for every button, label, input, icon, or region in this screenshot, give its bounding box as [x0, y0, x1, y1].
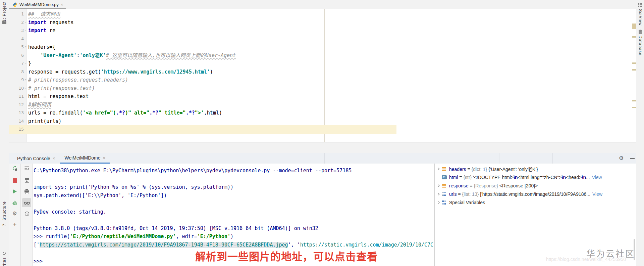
close-icon[interactable]: ×	[103, 156, 106, 161]
variable-row[interactable]: headers = {dict: 1} {'User-Agent': 'only…	[435, 165, 636, 173]
variable-row[interactable]: response = {Response} <Response [200]>	[435, 181, 636, 190]
variable-text: Special Variables	[449, 200, 485, 205]
left-tool-strip: 1: Project 7: Structure rites	[0, 0, 9, 266]
expand-chevron-icon[interactable]	[436, 184, 441, 187]
right-tool-strip: SciView Database	[636, 0, 644, 266]
variable-row[interactable]: urls = {list: 13} ['https://static.vmgir…	[435, 190, 636, 198]
console-link[interactable]: https://static.vmgirls.com/image/2019/10…	[300, 242, 433, 248]
line-number: 11	[9, 92, 24, 101]
code-line: 6 'User-Agent':'only老K'# 这里可以随意输入,也可以输入网…	[9, 51, 396, 60]
variable-row[interactable]: Special Variables	[435, 198, 636, 207]
console-line: >>> runfile('E:/Python/reptile/WeiMeiMMD…	[34, 232, 434, 241]
code-text: response = requests.get('https://www.vmg…	[28, 68, 213, 76]
fold-marker-icon[interactable]: ▵	[25, 26, 26, 35]
code-text: 'User-Agent':'only老K'# 这里可以随意输入,也可以输入网页上…	[28, 51, 236, 60]
variable-text: urls = {list: 13} ['https://static.vmgir…	[449, 191, 590, 197]
code-text: print(urls)	[28, 117, 61, 126]
code-text: ## 请求网页	[28, 10, 60, 18]
project-tool-button[interactable]: 1: Project	[2, 1, 7, 22]
scroll-to-end-button[interactable]	[24, 177, 30, 183]
tab-weimeimmdome[interactable]: WeiMeiMMDome ×	[60, 153, 110, 164]
soft-wrap-button[interactable]	[24, 165, 30, 171]
stop-button[interactable]	[12, 177, 18, 183]
code-line: 8response = requests.get('https://www.vm…	[9, 68, 396, 76]
fold-marker-icon[interactable]: ▿	[25, 43, 26, 51]
tab-label: Python Console	[17, 156, 50, 161]
tab-python-console[interactable]: Python Console ×	[12, 153, 60, 164]
splitter[interactable]	[9, 142, 636, 153]
expand-chevron-icon[interactable]	[436, 167, 441, 171]
stripe-warning-mark[interactable]	[632, 100, 636, 101]
console-settings-gear-icon[interactable]: ⚙	[12, 211, 18, 217]
new-console-plus-button[interactable]: +	[12, 221, 18, 227]
console-tab-bar: Python Console × WeiMeiMMDome × ⚙	[9, 153, 636, 164]
rerun-button[interactable]	[12, 165, 18, 171]
line-number: 13	[9, 109, 24, 117]
print-button[interactable]	[24, 188, 30, 194]
line-number: 9	[9, 76, 24, 84]
stripe-warning-mark[interactable]	[632, 107, 636, 108]
header-separator	[324, 153, 325, 164]
minimize-icon[interactable]	[630, 158, 635, 159]
line-number: 4	[9, 35, 24, 43]
dict-icon	[441, 167, 447, 171]
expand-chevron-icon[interactable]	[436, 201, 441, 204]
code-line: 5▿headers={	[9, 43, 396, 51]
favorites-tool-button[interactable]: rites	[2, 257, 7, 266]
fold-marker-icon[interactable]: ▵	[25, 84, 26, 92]
console-line: sys.path.extend(['E:\\Python', 'E:/Pytho…	[34, 191, 434, 200]
code-line: 10▵# print(response.text)	[9, 84, 396, 93]
structure-tool-button[interactable]: 7: Structure	[2, 201, 7, 226]
console-line	[34, 200, 434, 208]
fold-marker-icon[interactable]: ▵	[25, 59, 26, 68]
code-line: 9▿# print(response.request.headers)	[9, 76, 396, 84]
view-link[interactable]: View	[592, 191, 602, 197]
code-text: import requests	[28, 18, 73, 27]
console-toolbar: ⚙ +	[9, 164, 33, 266]
folder-icon	[2, 20, 7, 24]
code-line: 14print(urls)	[9, 117, 396, 126]
header-separator	[552, 153, 553, 164]
code-area: 1## 请求网页2▿import requests3▵import re45▿h…	[9, 10, 396, 134]
sciview-tool-button[interactable]: SciView	[638, 9, 643, 26]
code-line: 12#解析网页	[9, 101, 396, 109]
console-line: Python 3.8.0 (tags/v3.8.0:fa919fd, Oct 1…	[34, 224, 434, 233]
code-line: 4	[9, 35, 396, 43]
python-file-icon	[13, 2, 17, 7]
view-link[interactable]: View	[592, 175, 602, 180]
code-text: urls = re.findall('<a href="(.*?)" alt="…	[28, 109, 222, 117]
console-link[interactable]: https://static.vmgirls.com/image/2019/10…	[40, 242, 288, 248]
settings-gear-icon[interactable]: ⚙	[619, 155, 624, 161]
debug-bug-button[interactable]	[12, 200, 18, 206]
fold-marker-icon[interactable]: ▿	[25, 18, 26, 27]
code-text: import re	[28, 27, 55, 35]
stripe-warning-mark[interactable]	[632, 62, 636, 64]
console-line: C:\Python38\python.exe E:\PyCharm\plugin…	[34, 167, 434, 175]
show-variables-glasses-button[interactable]	[24, 200, 30, 206]
code-editor[interactable]: 1## 请求网页2▿import requests3▵import re45▿h…	[9, 9, 636, 142]
code-line: 11html = response.text	[9, 92, 396, 101]
code-text: }	[28, 59, 31, 68]
code-line: 7▵}	[9, 59, 396, 68]
console-line: import sys; print('Python %s on %s' % (s…	[34, 183, 434, 191]
line-number: 10	[9, 84, 24, 93]
close-icon[interactable]: ×	[61, 2, 63, 7]
variable-row[interactable]: 01html = {str} '<!DOCTYPE html>\n<html l…	[435, 173, 636, 181]
execute-button[interactable]	[12, 188, 18, 194]
database-tool-button[interactable]: Database	[638, 36, 643, 55]
structure-icon	[3, 252, 6, 255]
inspection-indicator[interactable]	[632, 24, 636, 29]
editor-tab[interactable]: WeiMeiMMDome.py ×	[9, 0, 67, 9]
database-icon	[638, 30, 643, 34]
line-number: 2	[9, 18, 24, 27]
expand-chevron-icon[interactable]	[436, 192, 441, 196]
history-clock-button[interactable]	[24, 211, 30, 217]
special-vars-icon	[441, 201, 447, 205]
line-number: 6	[9, 51, 24, 60]
console-lines: C:\Python38\python.exe E:\PyCharm\plugin…	[34, 167, 434, 257]
stripe-warning-mark[interactable]	[632, 69, 636, 71]
stripe-warning-mark[interactable]	[632, 36, 636, 38]
fold-marker-icon[interactable]: ▿	[25, 76, 26, 84]
annotation-text: 解析到一些图片的地址，可以点击查看	[195, 248, 378, 263]
close-icon[interactable]: ×	[53, 156, 55, 161]
